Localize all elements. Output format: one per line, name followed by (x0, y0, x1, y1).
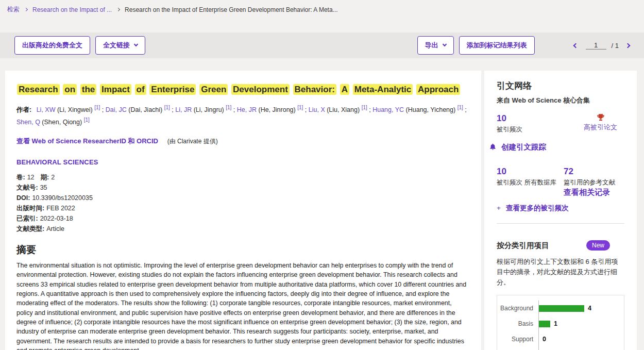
breadcrumb-parent-link[interactable]: Research on the Impact of ... (32, 6, 112, 13)
author-link[interactable]: Li, JR (175, 106, 192, 113)
main-content: Research on the Impact of Enterprise Gre… (0, 58, 644, 350)
chart-category-label: Background (497, 305, 538, 312)
author-fullname: (Li, Jingru) (194, 106, 224, 113)
article-card: Research on the Impact of Enterprise Gre… (5, 71, 481, 350)
title-word-highlight: Impact (100, 84, 131, 95)
previous-page-icon[interactable] (573, 43, 578, 48)
meta-field-label: DOI: (16, 194, 30, 202)
authors-label: 作者: (16, 106, 31, 113)
chart-row: Background4 (497, 301, 620, 316)
citation-network-card: 引文网络 来自 Web of Science 核心合集 10 被引频次 高被引论… (484, 71, 637, 350)
meta-row: DOI:10.3390/bs12020035 (16, 193, 467, 203)
chart-value-label: 4 (588, 305, 591, 312)
researcher-row: 查看 Web of Science ResearcherID 和 ORCID (… (16, 137, 467, 146)
meta-field-label: 已索引: (16, 215, 38, 222)
more-times-cited-link[interactable]: +查看更多的被引频次 (497, 204, 624, 213)
title-word-highlight: Research (17, 84, 60, 95)
author-fullname: (Li, Xingwei) (57, 106, 93, 113)
title-word-highlight: Approach (416, 84, 460, 95)
add-to-marked-list-label: 添加到标记结果列表 (467, 41, 527, 50)
times-cited-link[interactable]: 10 (497, 113, 506, 123)
chart-category-label: Support (497, 336, 538, 343)
title-word-highlight: Meta-Analytic (353, 84, 413, 95)
highly-cited-link[interactable]: 高被引论文 (584, 123, 617, 132)
breadcrumb: 检索 Research on the Impact of ... Researc… (0, 0, 644, 14)
meta-row: 文献号:35 (16, 182, 467, 193)
chevron-right-icon (116, 8, 120, 11)
meta-field-label: 卷: (16, 174, 25, 181)
export-button[interactable]: 导出 (417, 36, 454, 55)
title-word-highlight: Enterprise (149, 84, 196, 95)
author-link[interactable]: Li, XW (37, 106, 56, 113)
times-cited-row: 10 被引频次 高被引论文 (497, 113, 624, 134)
chart-value-label: 0 (543, 336, 546, 343)
meta-field-value: Article (46, 225, 64, 232)
add-to-marked-list-button[interactable]: 添加到标记结果列表 (459, 36, 535, 55)
chart-plot-area: 4 (538, 301, 620, 316)
meta-field-label: 文献类型: (16, 225, 44, 232)
author-link[interactable]: Dai, JC (106, 106, 127, 113)
title-word-highlight: A (340, 84, 349, 95)
author-link[interactable]: Liu, X (309, 106, 325, 113)
meta-field-value: FEB 2022 (46, 205, 75, 212)
meta-row: 已索引:2022-03-18 (16, 213, 467, 224)
author-link[interactable]: Huang, YC (372, 106, 404, 113)
trophy-icon (597, 113, 605, 122)
fulltext-links-button[interactable]: 全文链接 (95, 36, 145, 55)
author-fullname: (He, Jinrong) (258, 106, 295, 113)
meta-field-label: 期: (41, 174, 49, 181)
highly-cited-block: 高被引论文 (584, 113, 617, 134)
fulltext-links-label: 全文链接 (103, 41, 130, 50)
clarivate-note: (由 Clarivate 提供) (167, 138, 218, 145)
breadcrumb-search-link[interactable]: 检索 (7, 5, 20, 14)
cited-references-count[interactable]: 72 (564, 166, 573, 176)
toolbar-right-group: 导出 添加到标记结果列表 / 1 (417, 36, 630, 55)
chart-bar (539, 321, 550, 327)
title-word-highlight: Development (231, 84, 290, 95)
cited-references-label: 篇引用的参考文献 (564, 178, 615, 187)
author-link[interactable]: He, JR (237, 106, 257, 113)
author-affiliation-sup[interactable]: [1] (457, 105, 463, 110)
all-databases-count[interactable]: 10 (497, 166, 506, 176)
new-badge: New (586, 240, 610, 251)
author-link[interactable]: Shen, Q (16, 119, 40, 126)
meta-row: 卷:12期:2 (16, 172, 467, 182)
author-affiliation-sup[interactable]: [1] (362, 105, 367, 110)
author-fullname: (Huang, Yicheng) (406, 106, 456, 113)
free-fulltext-button[interactable]: 出版商处的免费全文 (14, 36, 90, 55)
author-affiliation-sup[interactable]: [1] (226, 105, 231, 110)
meta-field-label: 出版时间: (16, 205, 44, 212)
author-affiliation-sup[interactable]: [1] (94, 105, 100, 110)
pagination: / 1 (574, 41, 630, 49)
title-word-highlight: on (63, 84, 77, 95)
chevron-right-icon (24, 8, 28, 11)
core-collection-note: 来自 Web of Science 核心合集 (497, 96, 624, 105)
chevron-down-icon (134, 42, 138, 46)
researcher-id-link[interactable]: 查看 Web of Science ResearcherID 和 ORCID (16, 137, 158, 145)
citation-alert-label: 创建引文跟踪 (501, 142, 546, 152)
meta-field-value: 2022-03-18 (40, 215, 73, 222)
citing-items-header: 按分类引用项目 New (497, 240, 624, 251)
author-affiliation-sup[interactable]: [1] (84, 117, 90, 123)
meta-field-label: 文献号: (16, 184, 38, 191)
breadcrumb-current: Research on the Impact of Enterprise Gre… (125, 6, 338, 13)
abstract-heading: 摘要 (16, 243, 467, 257)
meta-row: 文献类型:Article (16, 224, 467, 234)
related-records-link[interactable]: 查看相关记录 (564, 188, 615, 197)
next-page-icon[interactable] (625, 43, 631, 48)
record-toolbar: 出版商处的免费全文 全文链接 导出 添加到标记结果列表 / 1 (0, 32, 644, 58)
chart-row: Differ0 (497, 347, 620, 350)
meta-field-value: 2 (51, 174, 55, 181)
chevron-down-icon (442, 42, 446, 46)
chart-plot-area: 0 (538, 347, 620, 350)
chart-row: Basis1 (497, 316, 620, 331)
journal-link[interactable]: BEHAVIORAL SCIENCES (16, 158, 467, 166)
author-affiliation-sup[interactable]: [1] (164, 105, 170, 110)
author-affiliation-sup[interactable]: [1] (297, 105, 303, 110)
citation-alert-row[interactable]: 创建引文跟踪 (488, 142, 624, 152)
title-word-highlight: the (80, 84, 97, 95)
page-number-input[interactable] (586, 41, 606, 49)
title-word-highlight: of (135, 84, 146, 95)
citing-items-heading: 按分类引用项目 (497, 241, 549, 251)
chart-row: Support0 (497, 331, 620, 347)
